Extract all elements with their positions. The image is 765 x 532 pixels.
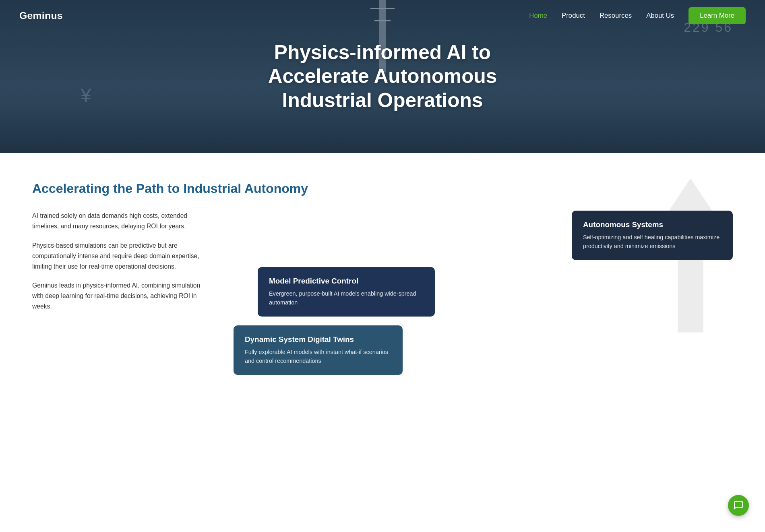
nav-item-product[interactable]: Product [562,12,585,20]
nav-item-resources[interactable]: Resources [600,12,632,20]
section-layout: AI trained solely on data demands high c… [32,211,733,404]
card-autonomous-systems: Autonomous Systems Self-optimizing and s… [572,211,733,260]
card-autonomous-title: Autonomous Systems [583,220,722,229]
card-mpc-title: Model Predictive Control [269,277,424,286]
section-para-1: AI trained solely on data demands high c… [32,211,209,232]
nav-link-product[interactable]: Product [562,12,585,19]
learn-more-button[interactable]: Learn More [688,7,746,24]
hero-content: Physics-informed AI to Accelerate Autono… [234,41,531,113]
card-digital-twins: Dynamic System Digital Twins Fully explo… [234,325,403,375]
nav-item-about[interactable]: About Us [646,12,674,20]
logo[interactable]: Geminus [19,10,63,21]
nav-link-home[interactable]: Home [529,12,547,19]
navbar: Geminus Home Product Resources About Us … [0,0,765,31]
hero-title: Physics-informed AI to Accelerate Autono… [242,41,523,113]
cards-area: Autonomous Systems Self-optimizing and s… [234,211,733,404]
nav-cta-item[interactable]: Learn More [688,7,746,24]
section-para-2: Physics-based simulations can be predict… [32,240,209,272]
card-mpc-desc: Evergreen, purpose-built AI models enabl… [269,290,424,307]
card-digital-title: Dynamic System Digital Twins [245,335,391,344]
section-text-column: AI trained solely on data demands high c… [32,211,209,312]
card-mpc: Model Predictive Control Evergreen, purp… [258,267,435,317]
section-heading: Accelerating the Path to Industrial Auto… [32,181,733,196]
card-digital-desc: Fully explorable AI models with instant … [245,348,391,365]
card-autonomous-desc: Self-optimizing and self healing capabil… [583,233,722,250]
hero-yen-symbol: ¥ [81,84,91,106]
autonomy-section: Accelerating the Path to Industrial Auto… [0,153,765,428]
nav-links: Home Product Resources About Us Learn Mo… [529,7,746,24]
nav-link-about[interactable]: About Us [646,12,674,19]
nav-link-resources[interactable]: Resources [600,12,632,19]
nav-item-home[interactable]: Home [529,12,547,20]
section-para-3: Geminus leads in physics-informed AI, co… [32,280,209,312]
